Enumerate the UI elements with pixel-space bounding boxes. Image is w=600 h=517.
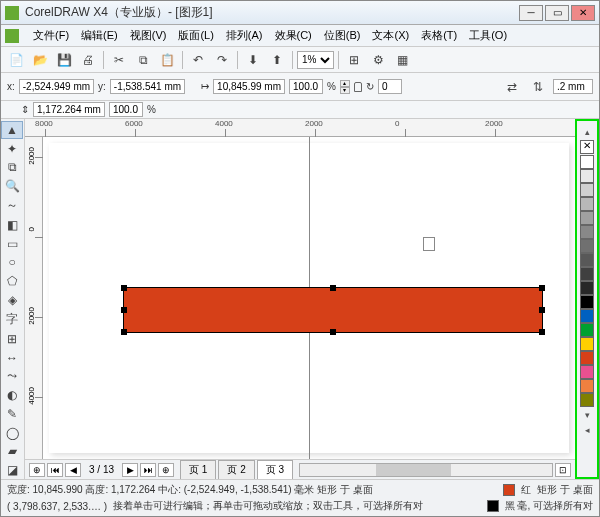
basic-shapes-tool[interactable]: ◈ xyxy=(1,291,23,309)
page-tab-3[interactable]: 页 3 xyxy=(257,460,293,480)
handle-ne[interactable] xyxy=(539,285,545,291)
menu-e[interactable]: 编辑(E) xyxy=(75,26,124,45)
color-swatch[interactable] xyxy=(580,253,594,267)
effects-tool[interactable]: ◐ xyxy=(1,386,23,404)
table-tool[interactable]: ⊞ xyxy=(1,330,23,348)
export-button[interactable]: ⬆ xyxy=(266,49,288,71)
color-swatch[interactable] xyxy=(580,379,594,393)
spin-down[interactable]: ▾ xyxy=(340,87,350,94)
color-swatch[interactable] xyxy=(580,281,594,295)
last-page-button[interactable]: ⏭ xyxy=(140,463,156,477)
undo-button[interactable]: ↶ xyxy=(187,49,209,71)
no-fill-swatch[interactable] xyxy=(580,140,594,154)
color-swatch[interactable] xyxy=(580,337,594,351)
cut-button[interactable]: ✂ xyxy=(108,49,130,71)
freehand-tool[interactable]: ～ xyxy=(1,196,23,215)
color-swatch[interactable] xyxy=(580,295,594,309)
outline-swatch[interactable] xyxy=(487,500,499,512)
handle-sw[interactable] xyxy=(121,329,127,335)
paste-button[interactable]: 📋 xyxy=(156,49,178,71)
first-page-button[interactable]: ⏮ xyxy=(47,463,63,477)
import-button[interactable]: ⬇ xyxy=(242,49,264,71)
add-page-after-button[interactable]: ⊕ xyxy=(158,463,174,477)
options-button[interactable]: ⚙ xyxy=(367,49,389,71)
menu-v[interactable]: 视图(V) xyxy=(124,26,173,45)
handle-w[interactable] xyxy=(121,307,127,313)
snap-button[interactable]: ⊞ xyxy=(343,49,365,71)
mirror-h-button[interactable]: ⇄ xyxy=(501,76,523,98)
menu-x[interactable]: 文本(X) xyxy=(366,26,415,45)
color-swatch[interactable] xyxy=(580,169,594,183)
handle-e[interactable] xyxy=(539,307,545,313)
page-tab-1[interactable]: 页 1 xyxy=(180,460,216,480)
eyedropper-tool[interactable]: ✎ xyxy=(1,405,23,423)
menu-t[interactable]: 表格(T) xyxy=(415,26,463,45)
zoom-select[interactable]: 1% xyxy=(297,51,334,69)
handle-nw[interactable] xyxy=(121,285,127,291)
menu-b[interactable]: 位图(B) xyxy=(318,26,367,45)
color-swatch[interactable] xyxy=(580,323,594,337)
connector-tool[interactable]: ⤳ xyxy=(1,367,23,385)
menu-a[interactable]: 排列(A) xyxy=(220,26,269,45)
fill-swatch[interactable] xyxy=(503,484,515,496)
print-button[interactable]: 🖨 xyxy=(77,49,99,71)
color-swatch[interactable] xyxy=(580,239,594,253)
palette-scroll-up[interactable]: ▴ xyxy=(583,125,592,139)
height-value[interactable]: 1,172.264 mm xyxy=(33,102,105,117)
color-swatch[interactable] xyxy=(580,225,594,239)
width-value[interactable]: 10,845.99 mm xyxy=(213,79,285,94)
shape-tool[interactable]: ✦ xyxy=(1,140,23,158)
open-button[interactable]: 📂 xyxy=(29,49,51,71)
new-button[interactable]: 📄 xyxy=(5,49,27,71)
polygon-tool[interactable]: ⬠ xyxy=(1,272,23,290)
palette-flyout[interactable]: ◂ xyxy=(583,423,592,437)
color-swatch[interactable] xyxy=(580,309,594,323)
color-swatch[interactable] xyxy=(580,183,594,197)
add-page-button[interactable]: ⊕ xyxy=(29,463,45,477)
copy-button[interactable]: ⧉ xyxy=(132,49,154,71)
color-swatch[interactable] xyxy=(580,211,594,225)
launcher-button[interactable]: ▦ xyxy=(391,49,413,71)
prev-page-button[interactable]: ◀ xyxy=(65,463,81,477)
handle-n[interactable] xyxy=(330,285,336,291)
color-swatch[interactable] xyxy=(580,197,594,211)
next-page-button[interactable]: ▶ xyxy=(122,463,138,477)
menu-o[interactable]: 工具(O) xyxy=(463,26,513,45)
fill-tool[interactable]: ▰ xyxy=(1,442,23,460)
palette-scroll-down[interactable]: ▾ xyxy=(583,408,592,422)
horizontal-scrollbar[interactable] xyxy=(299,463,553,477)
color-swatch[interactable] xyxy=(580,267,594,281)
smart-fill-tool[interactable]: ◧ xyxy=(1,216,23,234)
page-tab-2[interactable]: 页 2 xyxy=(218,460,254,480)
redo-button[interactable]: ↷ xyxy=(211,49,233,71)
outline-width[interactable]: .2 mm xyxy=(553,79,593,94)
pick-tool[interactable]: ▲ xyxy=(1,121,23,139)
lock-ratio-icon[interactable] xyxy=(354,82,362,92)
interactive-fill-tool[interactable]: ◪ xyxy=(1,461,23,479)
outline-tool[interactable]: ◯ xyxy=(1,424,23,442)
mirror-v-button[interactable]: ⇅ xyxy=(527,76,549,98)
maximize-button[interactable]: ▭ xyxy=(545,5,569,21)
navigator-button[interactable]: ⊡ xyxy=(555,463,571,477)
text-tool[interactable]: 字 xyxy=(1,310,23,329)
scale-x[interactable]: 100.0 xyxy=(289,79,323,94)
spin-up[interactable]: ▴ xyxy=(340,80,350,87)
menu-f[interactable]: 文件(F) xyxy=(27,26,75,45)
dimension-tool[interactable]: ↔ xyxy=(1,349,23,367)
save-button[interactable]: 💾 xyxy=(53,49,75,71)
color-swatch[interactable] xyxy=(580,155,594,169)
menu-c[interactable]: 效果(C) xyxy=(269,26,318,45)
rectangle-tool[interactable]: ▭ xyxy=(1,235,23,253)
minimize-button[interactable]: ─ xyxy=(519,5,543,21)
color-swatch[interactable] xyxy=(580,365,594,379)
crop-tool[interactable]: ⧉ xyxy=(1,159,23,177)
angle-value[interactable]: 0 xyxy=(378,79,402,94)
close-button[interactable]: ✕ xyxy=(571,5,595,21)
color-swatch[interactable] xyxy=(580,393,594,407)
ellipse-tool[interactable]: ○ xyxy=(1,254,23,272)
handle-se[interactable] xyxy=(539,329,545,335)
scale-y[interactable]: 100.0 xyxy=(109,102,143,117)
handle-s[interactable] xyxy=(330,329,336,335)
selected-rectangle[interactable] xyxy=(123,287,543,333)
canvas[interactable] xyxy=(43,137,575,459)
